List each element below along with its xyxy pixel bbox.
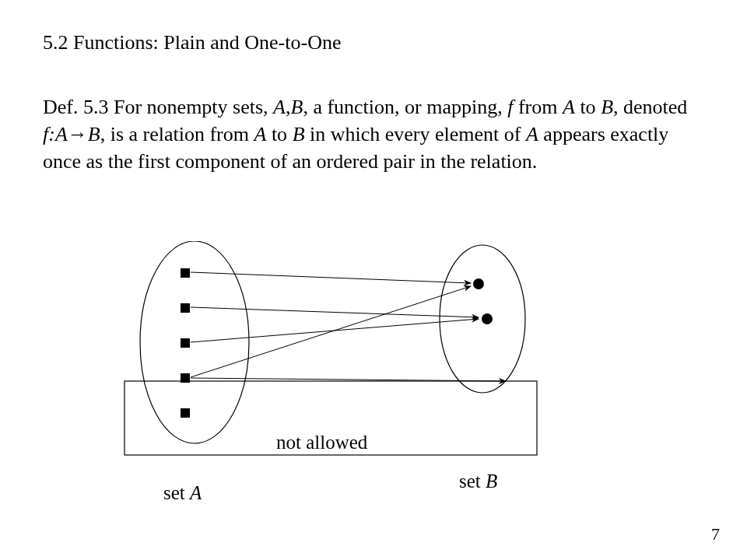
section-title: 5.2 Functions: Plain and One-to-One bbox=[43, 31, 341, 54]
mapping-arrow-1 bbox=[191, 307, 479, 317]
def-text: Def. 5.3 For nonempty sets, bbox=[43, 96, 273, 118]
mapping-arrow-3 bbox=[191, 286, 471, 377]
def-var-a2: A bbox=[563, 96, 575, 118]
element-a-2 bbox=[181, 338, 190, 348]
def-var-a3: A bbox=[254, 123, 267, 145]
element-b-1 bbox=[482, 313, 493, 324]
def-var-a4: A bbox=[526, 123, 538, 145]
element-a-1 bbox=[181, 303, 190, 313]
set-a-label: set A bbox=[163, 482, 202, 504]
set-b-name: B bbox=[486, 471, 497, 492]
set-a-word: set bbox=[163, 482, 190, 503]
def-var-b3: B bbox=[88, 123, 100, 145]
element-a-3 bbox=[181, 373, 190, 383]
element-b-0 bbox=[473, 278, 484, 289]
definition-text: Def. 5.3 For nonempty sets, A,B, a funct… bbox=[43, 93, 700, 175]
mapping-arrow-0 bbox=[191, 272, 471, 283]
element-a-0 bbox=[181, 268, 190, 278]
def-text: in which every element of bbox=[305, 123, 526, 145]
def-var-b: B bbox=[290, 96, 303, 118]
set-b-word: set bbox=[459, 471, 486, 492]
def-text: , is a relation from bbox=[100, 123, 254, 145]
def-text: to bbox=[575, 96, 601, 118]
def-text: to bbox=[266, 123, 292, 145]
def-text: from bbox=[513, 96, 563, 118]
def-text: , denoted bbox=[613, 96, 687, 118]
def-arrow: → bbox=[68, 123, 88, 145]
def-var-b2: B bbox=[601, 96, 613, 118]
set-b-label: set B bbox=[459, 471, 497, 492]
set-a-name: A bbox=[190, 482, 202, 503]
element-a-4 bbox=[181, 408, 190, 418]
def-fmap: f:A bbox=[43, 123, 68, 145]
def-var-a: A bbox=[273, 96, 286, 118]
not-allowed-label: not allowed bbox=[276, 432, 367, 453]
def-text: , a function, or mapping, bbox=[303, 96, 507, 118]
def-var-b4: B bbox=[293, 123, 305, 145]
page-number: 7 bbox=[711, 524, 720, 544]
